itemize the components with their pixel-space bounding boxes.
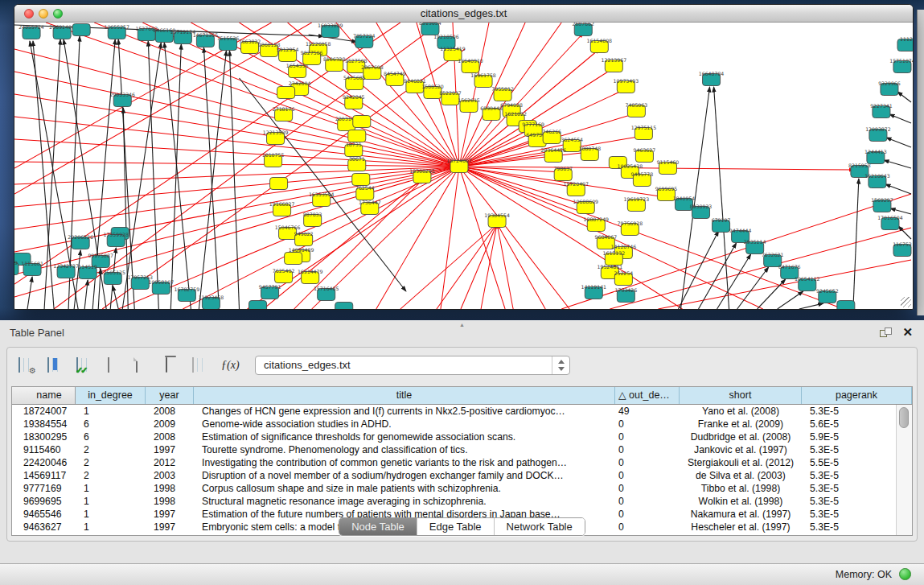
graph-node[interactable]: 30671 [348,156,366,171]
graph-node[interactable]: 18300295 [409,168,435,183]
graph-edge[interactable] [437,224,497,309]
graph-node[interactable]: 10958107 [149,279,175,294]
graph-node[interactable]: 16353594 [309,192,335,206]
graph-edge[interactable] [84,280,88,309]
graph-node[interactable]: 1244413 [864,149,887,163]
graph-node[interactable]: 9463627 [634,147,656,162]
graph-node[interactable]: 10655257 [104,24,129,39]
graph-node[interactable] [249,301,267,310]
graph-edge[interactable] [164,43,191,309]
selector-stepper-icon[interactable] [552,356,569,374]
graph-node[interactable]: 16961758 [470,72,496,87]
graph-node[interactable]: 17016504 [877,215,903,229]
graph-node[interactable] [348,130,366,142]
graph-node[interactable]: 1080748 [578,146,601,160]
graph-node[interactable]: 16640910 [458,58,483,72]
tab-node-table[interactable]: Node Table [339,518,417,535]
network-canvas[interactable]: 2405572420691406106552571527602846616010… [14,23,913,309]
column-header-name[interactable]: name [12,387,76,404]
graph-edge[interactable] [148,41,158,309]
graph-node[interactable]: 8454749 [384,71,406,85]
select-all-rows-icon[interactable]: ✓✓ [76,358,92,373]
table-row[interactable]: 1456911722003Disruption of a novel membe… [12,469,912,482]
float-panel-icon[interactable] [880,328,892,338]
graph-node[interactable]: 746266 [542,129,561,143]
table-row[interactable]: 911546021997Tourette syndrome. Phenomeno… [12,443,912,456]
graph-node[interactable]: 20206526 [68,234,93,249]
graph-node[interactable]: 12342737 [53,263,79,278]
graph-node[interactable]: 9115460 [657,159,680,174]
graph-node[interactable]: 9227341 [870,103,893,117]
graph-edge[interactable] [441,167,459,309]
graph-node[interactable]: 5912954 [277,47,299,61]
graph-edge[interactable] [199,51,226,309]
graph-node[interactable]: 16648784 [699,71,725,85]
graph-node[interactable]: 2718176 [273,106,295,121]
unselect-rows-icon[interactable] [105,358,121,373]
graph-node[interactable]: 18724007 [446,158,472,172]
graph-edge[interactable] [264,179,421,309]
graph-edge[interactable] [459,167,844,309]
graph-node[interactable]: 949822 [294,231,314,245]
graph-node[interactable]: 762544 [355,185,375,200]
close-window-button[interactable] [24,9,34,19]
function-builder-icon[interactable]: ƒ(x) [221,358,236,373]
column-header-short[interactable]: short [680,387,802,404]
table-row[interactable]: 969969511998Structural magnetic resonanc… [12,495,912,508]
graph-edge[interactable] [459,23,525,167]
graph-edge[interactable] [459,167,505,309]
graph-edge[interactable] [459,167,854,170]
network-window[interactable]: citations_edges.txt 24055724206914061065… [14,4,914,310]
graph-node[interactable] [270,178,288,190]
graph-node[interactable] [285,253,302,265]
graph-edge[interactable] [497,224,513,309]
table-row[interactable]: 1830029562008Estimation of significance … [12,431,912,443]
graph-node[interactable]: 17359928 [103,232,129,246]
graph-edge[interactable] [714,87,729,309]
graph-edge[interactable] [497,224,545,309]
graph-node[interactable]: 15751074 [889,58,913,72]
graph-node[interactable]: 18807249 [584,216,610,231]
graph-node[interactable] [837,301,855,310]
graph-node[interactable]: 1569297 [871,197,893,212]
graph-edge[interactable] [758,279,786,309]
graph-node[interactable] [72,24,90,36]
table-row[interactable]: 2242004622012Investigating the contribut… [12,456,912,469]
graph-edge[interactable] [778,291,803,309]
graph-node[interactable]: 24055724 [18,24,44,39]
graph-edge[interactable] [853,179,859,309]
graph-node[interactable] [277,87,295,99]
graph-node[interactable]: 8186328 [323,56,346,71]
graph-node[interactable]: 15720407 [563,181,589,196]
graph-edge[interactable] [459,167,569,309]
graph-node[interactable]: 887833 [303,212,322,226]
graph-node[interactable]: 2687662 [572,23,594,36]
graph-node[interactable]: 12093872 [865,126,891,141]
memory-ok-indicator[interactable] [899,568,911,580]
close-panel-icon[interactable]: ✕ [902,325,913,340]
graph-node[interactable]: 116753 [893,241,912,256]
column-header-in-degree[interactable]: in_degree [76,387,146,404]
graph-edge[interactable] [14,117,459,167]
graph-node[interactable]: 12505125 [100,270,125,284]
graph-edge[interactable] [884,160,911,168]
graph-node[interactable]: 1736447 [359,200,381,214]
new-document-icon[interactable] [134,358,150,373]
zoom-window-button[interactable] [53,9,63,19]
graph-node[interactable]: 5475685 [343,75,366,89]
graph-node[interactable]: 1112 [897,36,913,51]
graph-node[interactable]: 8938923 [690,204,713,218]
graph-node[interactable]: 1562615 [458,97,480,112]
graph-node[interactable]: 12213589 [263,130,289,144]
graph-node[interactable]: 18731 [345,142,363,156]
graph-node[interactable]: 16914479 [298,269,323,283]
graph-node[interactable]: 798637 [553,166,573,180]
graph-node[interactable]: 9329966 [878,80,901,95]
graph-node[interactable]: 10688609 [573,199,599,213]
graph-node[interactable] [352,174,370,186]
graph-node[interactable]: 12975115 [631,125,657,139]
graph-node[interactable]: 79756928 [618,220,643,235]
graph-node[interactable]: 6990448 [480,105,503,120]
graph-edge[interactable] [897,92,911,102]
graph-edge[interactable] [481,224,497,309]
